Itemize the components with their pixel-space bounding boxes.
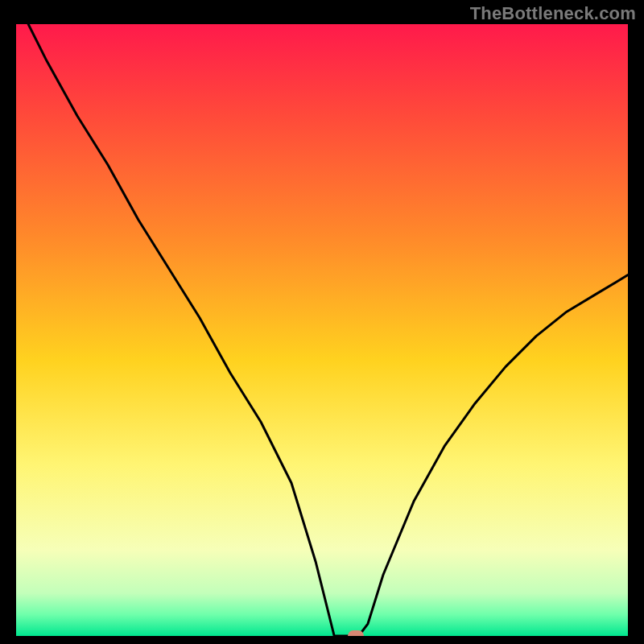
chart-frame: TheBottleneck.com (0, 0, 644, 644)
watermark-text: TheBottleneck.com (470, 3, 636, 24)
optimum-marker (348, 630, 364, 636)
bottleneck-curve (16, 24, 628, 636)
plot-area (16, 24, 628, 636)
